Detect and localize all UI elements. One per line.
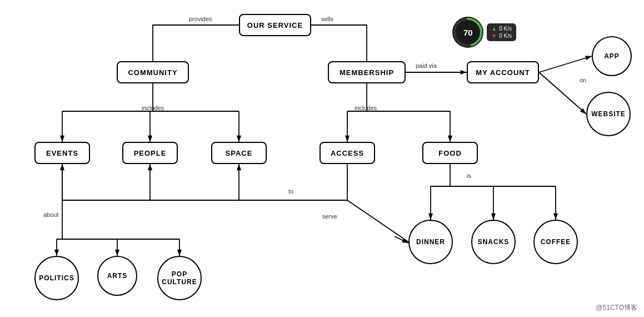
- node-politics: POLITICS: [34, 256, 79, 300]
- node-food: FOOD: [422, 142, 478, 164]
- download-arrow-icon: ▼: [491, 33, 497, 39]
- upload-arrow-icon: ▲: [491, 26, 497, 32]
- node-arts: ARTS: [97, 256, 137, 296]
- upload-speed: 0 K/s: [499, 26, 512, 32]
- watermark: @51CTO博客: [596, 303, 637, 313]
- node-our_service: OUR SERVICE: [239, 14, 311, 36]
- speed-box: ▲ 0 K/s ▼ 0 K/s: [487, 23, 516, 41]
- node-website: WEBSITE: [586, 92, 631, 136]
- gauge-widget: 70 ▲ 0 K/s ▼ 0 K/s: [452, 17, 516, 48]
- upload-row: ▲ 0 K/s: [491, 26, 512, 32]
- node-snacks: SNACKS: [471, 220, 516, 264]
- node-community: COMMUNITY: [117, 61, 189, 83]
- download-speed: 0 K/s: [499, 33, 512, 39]
- node-people: PEOPLE: [122, 142, 178, 164]
- node-my_account: MY ACCOUNT: [467, 61, 539, 83]
- download-row: ▼ 0 K/s: [491, 33, 512, 39]
- node-app: APP: [592, 36, 632, 76]
- node-events: EVENTS: [34, 142, 90, 164]
- node-membership: MEMBERSHIP: [328, 61, 406, 83]
- node-coffee: COFFEE: [533, 220, 578, 264]
- node-access: ACCESS: [319, 142, 375, 164]
- node-dinner: DINNER: [408, 220, 453, 264]
- node-space: SPACE: [211, 142, 267, 164]
- node-pop_culture: POPCULTURE: [157, 256, 202, 300]
- gauge-circle: 70: [452, 17, 483, 48]
